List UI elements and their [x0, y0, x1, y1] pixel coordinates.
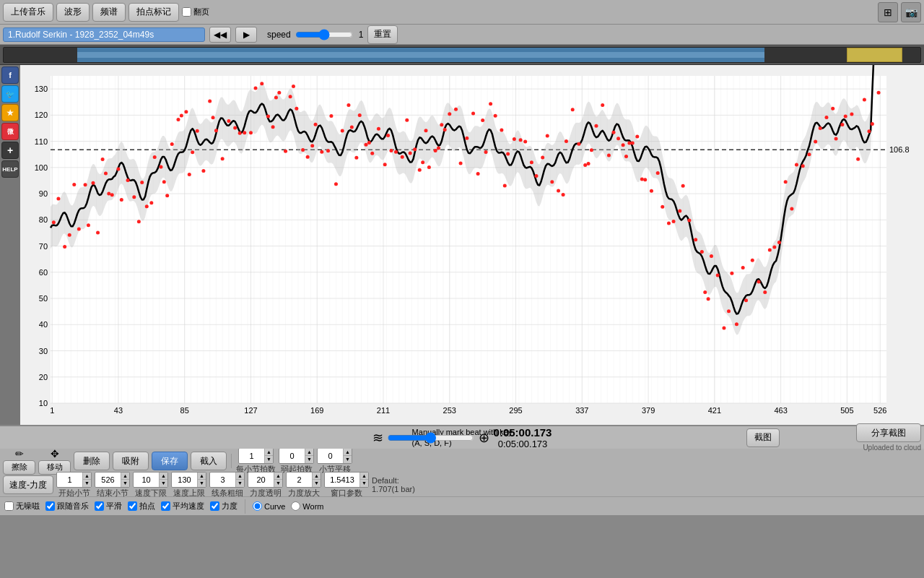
end-bar-spinner[interactable]: 526 ▲ ▼ — [95, 472, 130, 488]
screenshot-button[interactable]: 截图 — [746, 428, 780, 447]
bar-shift-up[interactable]: ▲ — [343, 449, 352, 456]
save-button[interactable]: 保存 — [152, 452, 188, 470]
line-width-down[interactable]: ▼ — [235, 480, 244, 487]
power-alpha-up[interactable]: ▲ — [274, 473, 282, 480]
window-param-input[interactable]: 1.5413 — [325, 473, 359, 487]
speed-slider[interactable] — [295, 29, 353, 40]
volume-slider[interactable] — [388, 432, 474, 444]
weak-beats-spinner[interactable]: 0 ▲ ▼ — [279, 448, 314, 464]
window-icon-button[interactable]: ⊞ — [878, 2, 898, 22]
flip-checkbox-label[interactable]: 翻页 — [182, 7, 209, 17]
share-screenshot-button[interactable]: 分享截图 — [856, 423, 921, 442]
end-bar-group: 526 ▲ ▼ 结束小节 — [95, 472, 130, 499]
tempo-chart-canvas[interactable] — [20, 65, 924, 425]
waveform-button[interactable]: 波形 — [56, 3, 90, 22]
bar-shift-input[interactable]: 0 — [318, 449, 343, 463]
beats-per-bar-input[interactable]: 1 — [239, 449, 264, 463]
power-scale-down[interactable]: ▼ — [312, 480, 321, 487]
start-bar-up[interactable]: ▲ — [82, 473, 91, 480]
speed-min-up[interactable]: ▲ — [159, 473, 167, 480]
speed-label: speed — [267, 30, 291, 40]
flip-checkbox[interactable] — [182, 7, 191, 17]
no-noise-label[interactable]: 无噪嗞 — [4, 501, 40, 512]
default-value: 1.707(1 bar) — [372, 485, 415, 493]
speed-max-spinner[interactable]: 130 ▲ ▼ — [171, 472, 206, 488]
power-alpha-spinner[interactable]: 20 ▲ ▼ — [248, 472, 283, 488]
power-scale-spinner[interactable]: 2 ▲ ▼ — [286, 472, 321, 488]
beat-point-label[interactable]: 拍点 — [128, 501, 155, 512]
insert-button[interactable]: 截入 — [191, 452, 227, 470]
window-param-spinner[interactable]: 1.5413 ▲ ▼ — [324, 472, 369, 488]
beat-point-checkbox[interactable] — [128, 501, 137, 511]
speed-power-button[interactable]: 速度-力度 — [3, 475, 53, 494]
audio-wave-end-icon: ⊕ — [479, 430, 489, 446]
line-width-up[interactable]: ▲ — [235, 473, 244, 480]
play-button[interactable]: ▶ — [235, 27, 257, 43]
power-alpha-input[interactable]: 20 — [248, 473, 274, 487]
twitter-button[interactable]: 🐦 — [1, 85, 19, 103]
speed-max-down[interactable]: ▼ — [197, 480, 206, 487]
attract-button[interactable]: 吸附 — [113, 452, 149, 470]
beat-mark-button[interactable]: 拍点标记 — [128, 3, 179, 22]
weak-beats-up[interactable]: ▲ — [305, 449, 313, 456]
power-text: 力度 — [222, 501, 237, 512]
power-checkbox[interactable] — [210, 501, 219, 511]
start-bar-down[interactable]: ▼ — [82, 480, 91, 487]
smooth-label[interactable]: 平滑 — [95, 501, 122, 512]
curve-radio-label[interactable]: Curve — [253, 501, 285, 511]
speed-max-input[interactable]: 130 — [172, 473, 197, 487]
facebook-button[interactable]: f — [1, 66, 19, 84]
window-param-up[interactable]: ▲ — [359, 473, 368, 480]
power-label[interactable]: 力度 — [210, 501, 237, 512]
smooth-checkbox[interactable] — [95, 501, 104, 511]
beats-per-bar-down[interactable]: ▼ — [264, 456, 273, 463]
plus-button[interactable]: + — [1, 142, 19, 159]
speed-min-spinner[interactable]: 10 ▲ ▼ — [133, 472, 168, 488]
end-bar-input[interactable]: 526 — [95, 473, 121, 487]
track-name-display: 1.Rudolf Serkin - 1928_2352_04m49s — [3, 27, 205, 42]
bar-shift-down[interactable]: ▼ — [343, 456, 352, 463]
camera-icon-button[interactable]: 📷 — [901, 2, 921, 22]
erase-button[interactable]: 擦除 — [3, 460, 35, 475]
spectrum-button[interactable]: 频谱 — [92, 3, 126, 22]
chart-container[interactable] — [20, 65, 924, 425]
weak-beats-input[interactable]: 0 — [279, 449, 305, 463]
waveform-track[interactable] — [3, 47, 921, 63]
delete-button[interactable]: 删除 — [74, 452, 110, 470]
bar-shift-spinner[interactable]: 0 ▲ ▼ — [317, 448, 352, 464]
power-scale-input[interactable]: 2 — [287, 473, 312, 487]
window-param-down[interactable]: ▼ — [359, 480, 368, 487]
no-noise-checkbox[interactable] — [4, 501, 14, 511]
curve-radio[interactable] — [253, 501, 262, 511]
start-bar-spinner[interactable]: 1 ▲ ▼ — [56, 472, 92, 488]
speed-min-down[interactable]: ▼ — [159, 480, 167, 487]
window-param-label: 窗口参数 — [331, 488, 362, 499]
speed-min-input[interactable]: 10 — [134, 473, 159, 487]
prev-button[interactable]: ◀◀ — [209, 27, 231, 43]
worm-radio[interactable] — [291, 501, 300, 511]
line-width-spinner[interactable]: 3 ▲ ▼ — [209, 472, 245, 488]
start-bar-input[interactable]: 1 — [57, 473, 82, 487]
line-width-input[interactable]: 3 — [210, 473, 235, 487]
beats-per-bar-spinner[interactable]: 1 ▲ ▼ — [238, 448, 274, 464]
reset-button[interactable]: 重置 — [367, 25, 398, 44]
weak-beats-arrows: ▲ ▼ — [305, 449, 313, 463]
move-group: ✥ 移动 — [38, 448, 71, 475]
upload-music-button[interactable]: 上传音乐 — [3, 3, 53, 22]
star-button[interactable]: ★ — [1, 104, 19, 121]
weak-beats-down[interactable]: ▼ — [305, 456, 313, 463]
follow-music-label[interactable]: 跟随音乐 — [45, 501, 89, 512]
worm-radio-label[interactable]: Worm — [291, 501, 323, 511]
beats-per-bar-up[interactable]: ▲ — [264, 449, 273, 456]
help-button[interactable]: HELP — [1, 160, 19, 178]
end-bar-up[interactable]: ▲ — [121, 473, 129, 480]
weibo-button[interactable]: 微 — [1, 123, 19, 140]
avg-speed-checkbox[interactable] — [161, 501, 170, 511]
power-scale-up[interactable]: ▲ — [312, 473, 321, 480]
end-bar-down[interactable]: ▼ — [121, 480, 129, 487]
follow-music-checkbox[interactable] — [45, 501, 55, 511]
power-alpha-down[interactable]: ▼ — [274, 480, 282, 487]
window-param-group: 1.5413 ▲ ▼ 窗口参数 — [324, 472, 369, 499]
avg-speed-label[interactable]: 平均速度 — [161, 501, 204, 512]
speed-max-up[interactable]: ▲ — [197, 473, 206, 480]
